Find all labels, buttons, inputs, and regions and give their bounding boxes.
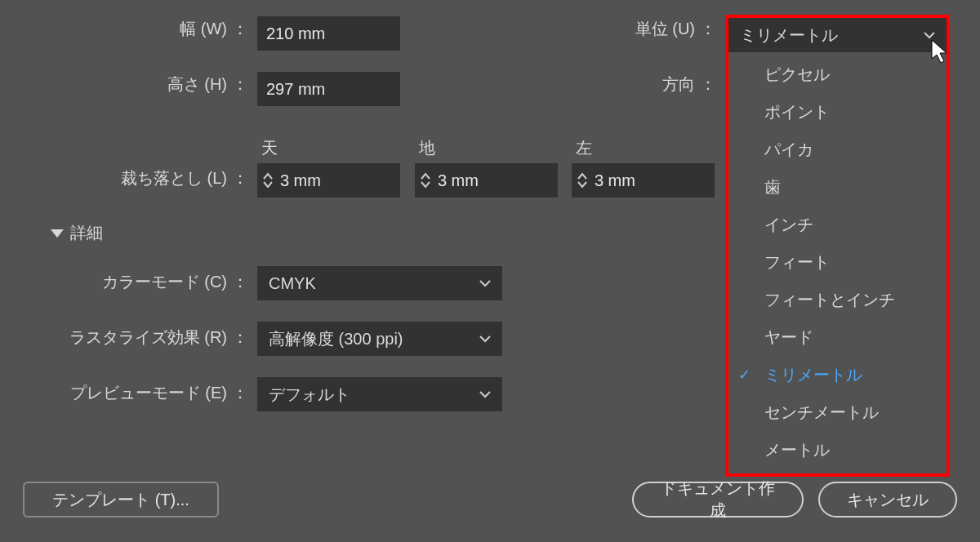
preview-mode-select[interactable]: デフォルト (257, 377, 502, 411)
unit-dropdown[interactable]: ミリメートル ピクセルポイントパイカ歯インチフィートフィートとインチヤード✓ミリ… (725, 15, 950, 477)
advanced-section-toggle[interactable]: 詳細 (51, 222, 103, 244)
unit-option[interactable]: メートル (728, 431, 947, 469)
unit-option[interactable]: フィートとインチ (728, 281, 947, 318)
bleed-bottom-stepper[interactable] (415, 163, 558, 198)
bleed-bottom-header: 地 (419, 137, 435, 159)
template-button[interactable]: テンプレート (T)... (23, 482, 219, 518)
unit-option[interactable]: ヤード (728, 318, 947, 356)
bleed-left-header: 左 (576, 137, 592, 159)
cancel-button[interactable]: キャンセル (818, 482, 957, 518)
chevron-down-icon[interactable] (263, 180, 273, 189)
bleed-top-stepper[interactable] (257, 163, 400, 198)
chevron-up-icon[interactable] (421, 172, 430, 180)
unit-option[interactable]: ピクセル (728, 56, 947, 93)
chevron-down-icon (479, 279, 491, 287)
unit-option[interactable]: ✓ミリメートル (728, 356, 947, 393)
create-document-button[interactable]: ドキュメント作成 (632, 482, 804, 518)
chevron-down-icon[interactable] (577, 180, 587, 189)
orientation-label: 方向 (662, 73, 695, 96)
color-mode-label: カラーモード (C) (102, 271, 227, 293)
color-mode-select[interactable]: CMYK (257, 266, 502, 300)
width-label: 幅 (W) (180, 18, 227, 40)
unit-options-list: ピクセルポイントパイカ歯インチフィートフィートとインチヤード✓ミリメートルセンチ… (728, 56, 947, 473)
preview-mode-label: プレビューモード (E) (70, 382, 227, 404)
raster-effects-label: ラスタライズ効果 (R) (69, 327, 227, 349)
unit-option[interactable]: ポイント (728, 93, 947, 131)
unit-option[interactable]: センチメートル (728, 393, 947, 431)
unit-option[interactable]: インチ (728, 206, 947, 243)
unit-option[interactable]: パイカ (728, 131, 947, 168)
width-input[interactable] (257, 16, 400, 51)
height-label: 高さ (H) (167, 73, 227, 96)
check-icon: ✓ (738, 366, 751, 384)
bleed-label: 裁ち落とし (L) (121, 167, 227, 189)
unit-option[interactable]: 歯 (728, 168, 947, 206)
unit-label: 単位 (U) (635, 18, 695, 40)
advanced-label: 詳細 (70, 222, 103, 244)
height-input[interactable] (257, 72, 400, 106)
chevron-up-icon[interactable] (263, 172, 273, 180)
disclosure-triangle-icon (51, 229, 64, 238)
unit-option[interactable]: フィート (728, 243, 947, 281)
bleed-left-stepper[interactable] (572, 163, 715, 198)
bleed-top-header: 天 (261, 137, 278, 159)
chevron-down-icon (479, 390, 491, 398)
chevron-up-icon[interactable] (577, 172, 587, 180)
chevron-down-icon (479, 335, 491, 343)
raster-effects-select[interactable]: 高解像度 (300 ppi) (257, 322, 502, 356)
chevron-down-icon (924, 31, 935, 39)
unit-select[interactable]: ミリメートル (728, 18, 947, 52)
chevron-down-icon[interactable] (421, 180, 430, 189)
